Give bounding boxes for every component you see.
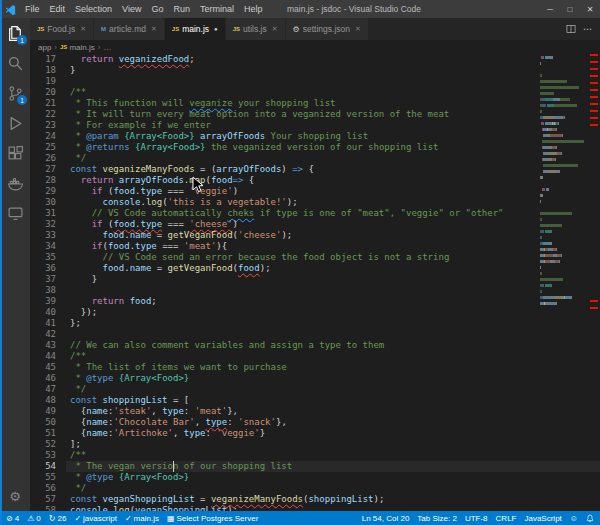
code-line: * @param {Array<Food>} arrayOfFoods Your… [70, 131, 600, 142]
status-label: CRLF [496, 514, 517, 523]
minimap[interactable] [540, 54, 588, 511]
minimap-line [540, 122, 588, 125]
token: type [162, 406, 184, 416]
token: name [86, 406, 108, 416]
close-icon[interactable]: ✕ [355, 25, 361, 33]
tab-utils-js[interactable]: JSutils.js✕ [226, 18, 286, 40]
activity-extensions-icon[interactable] [0, 138, 30, 168]
split-editor-icon[interactable] [566, 24, 576, 34]
status-file-check[interactable]: ✓main.js [121, 511, 163, 525]
status-language-mode[interactable]: JavaScript [520, 511, 565, 525]
minimap-token [548, 188, 549, 191]
maximize-button[interactable]: □ [560, 0, 580, 18]
token: 'meat' [184, 241, 217, 251]
status-eol[interactable]: CRLF [492, 511, 521, 525]
code-area[interactable]: return veganizedFood;}/** * This functio… [66, 54, 600, 511]
line-number: 57 [30, 494, 56, 505]
line-number: 56 [30, 483, 56, 494]
breadcrumb-item[interactable]: app [38, 43, 51, 52]
js-icon: JS [172, 26, 179, 32]
menu-item-edit[interactable]: Edit [45, 0, 71, 18]
minimap-line [540, 134, 588, 137]
status-encoding[interactable]: UTF-8 [461, 511, 492, 525]
minimap-token [553, 98, 560, 101]
minimap-line [540, 284, 588, 287]
line-number: 29 [30, 186, 56, 197]
menu-item-file[interactable]: File [20, 0, 45, 18]
close-button[interactable]: ✕ [580, 0, 600, 18]
status-javascript-check[interactable]: ✓javascript [70, 511, 121, 525]
activity-remote-explorer-icon[interactable] [0, 198, 30, 228]
code-line: return food; [70, 296, 600, 307]
menu-item-help[interactable]: Help [239, 0, 268, 18]
minimap-line [540, 242, 588, 245]
window-accent-strip [0, 0, 2, 525]
minimap-token [556, 146, 557, 149]
minimap-line [540, 302, 588, 305]
more-actions-icon[interactable]: ⋯ [583, 24, 592, 34]
menu-item-terminal[interactable]: Terminal [195, 0, 239, 18]
file-check-icon: ✓ [125, 514, 132, 523]
code-line: * For example if we enter [70, 120, 600, 131]
minimap-token [556, 80, 566, 83]
token: if [92, 241, 103, 251]
token [70, 219, 92, 229]
token: const [70, 494, 97, 504]
token: food [103, 230, 125, 240]
close-icon[interactable]: ✕ [80, 25, 86, 33]
status-cursor-position[interactable]: Ln 54, Col 20 [358, 511, 414, 525]
status-sync[interactable]: ↻26 [45, 511, 71, 525]
breadcrumb-item[interactable]: … [103, 43, 111, 52]
token: * It will turn every meat option into a … [70, 109, 449, 119]
minimap-token [543, 296, 552, 299]
tab-article-md[interactable]: Marticle.md✕ [94, 18, 165, 40]
token: */ [70, 483, 86, 493]
code-editor[interactable]: 1718192021222324252627282930313233343536… [30, 54, 600, 511]
minimize-button[interactable]: ─ [540, 0, 560, 18]
token: : [227, 417, 238, 427]
activity-source-control-icon[interactable]: 1 [0, 78, 30, 108]
status-feedback[interactable]: ☺ [566, 511, 582, 525]
activity-docker-icon[interactable] [0, 168, 30, 198]
code-line [70, 329, 600, 340]
status-postgres[interactable]: ▦Select Postgres Server [163, 511, 262, 525]
activity-explorer-icon[interactable]: 1 [0, 18, 30, 48]
token: ); [373, 494, 384, 504]
tab-label: utils.js [243, 24, 267, 34]
status-warnings[interactable]: ⚠0 [23, 511, 45, 525]
menu-item-go[interactable]: Go [146, 0, 168, 18]
token: // VS Code send an error because the foo… [103, 252, 450, 262]
breadcrumb-item[interactable]: JSmain.js [60, 43, 95, 52]
tab-label: settings.json [303, 24, 350, 34]
minimap-token [555, 158, 556, 161]
token: arrayOfFoods [200, 131, 265, 141]
menu-item-run[interactable]: Run [168, 0, 195, 18]
line-number: 36 [30, 263, 56, 274]
activity-manage-icon[interactable]: ⚙ [0, 481, 30, 511]
minimap-line [540, 158, 588, 161]
minimap-token [542, 140, 556, 143]
minimap-token [561, 152, 562, 155]
activity-run-debug-icon[interactable] [0, 108, 30, 138]
activity-search-icon[interactable] [0, 48, 30, 78]
token [70, 230, 103, 240]
tab-settings-json[interactable]: ⚙settings.json✕ [286, 18, 369, 40]
tab-Food-js[interactable]: JSFood.js✕ [30, 18, 94, 40]
notifications-bell-icon[interactable] [582, 511, 598, 525]
status-label: 0 [36, 514, 40, 523]
menu-item-view[interactable]: View [117, 0, 146, 18]
close-icon[interactable]: ✕ [272, 25, 278, 33]
token: @type [86, 373, 113, 383]
close-icon[interactable]: ✕ [151, 25, 157, 33]
tab-main-js[interactable]: JSmain.js● [165, 18, 226, 40]
code-line: {name:'Artichoke', type: 'veggie'} [70, 428, 600, 439]
line-number: 43 [30, 340, 56, 351]
menu-item-selection[interactable]: Selection [70, 0, 117, 18]
status-errors[interactable]: ⊘4 [2, 511, 23, 525]
token: => [233, 175, 244, 185]
overview-ruler[interactable] [588, 54, 600, 511]
token: veganShoppingList [103, 494, 195, 504]
minimap-line [540, 116, 588, 119]
token: { [303, 164, 314, 174]
status-tab-size[interactable]: Tab Size: 2 [413, 511, 461, 525]
